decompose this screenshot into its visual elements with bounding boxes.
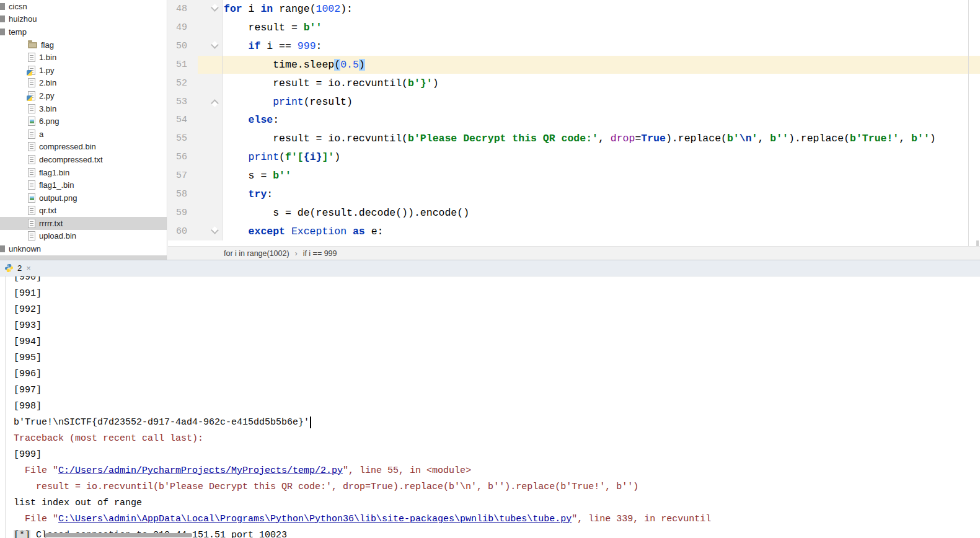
tree-item-flag1.bin[interactable]: flag1.bin: [0, 166, 167, 179]
line-number: 58: [168, 185, 198, 203]
console-line: [990]: [14, 276, 980, 285]
code-segment: ): [930, 133, 936, 144]
console-line: result = io.recvuntil(b'Please Decrypt t…: [14, 478, 980, 495]
console-line: [991]: [14, 285, 980, 301]
tree-item-6.png[interactable]: 6.png: [0, 115, 167, 128]
text-caret: [310, 417, 311, 428]
code-segment: (: [279, 151, 285, 163]
breadcrumb-item-if-statement[interactable]: if i == 999: [303, 249, 337, 258]
tree-item-cicsn[interactable]: cicsn: [0, 0, 167, 13]
code-segment: as: [353, 226, 365, 237]
tree-item-unknown[interactable]: unknown: [0, 242, 167, 255]
line-number: 51: [168, 56, 198, 74]
line-number: 50: [168, 37, 198, 56]
tree-item-1.py[interactable]: 1.py: [0, 64, 167, 77]
tree-item-partial[interactable]: [0, 255, 167, 260]
console-line: [999]: [14, 446, 980, 462]
tree-item-flag1_.bin[interactable]: flag1_.bin: [0, 179, 167, 192]
console-text: [996]: [14, 369, 42, 379]
code-line: 48for i in range(1002):: [168, 0, 980, 19]
tree-item-qr.txt[interactable]: qr.txt: [0, 205, 167, 218]
code-segment: drop: [611, 133, 635, 144]
tree-item-label: 2.bin: [39, 78, 56, 87]
fold-gutter: [198, 148, 223, 167]
code-segment: s = de(result.decode()).encode(): [273, 207, 469, 219]
code-segment: print: [273, 96, 304, 108]
close-icon[interactable]: ×: [26, 263, 31, 273]
tree-item-compressed.bin[interactable]: compressed.bin: [0, 141, 167, 154]
code-line: 50if i == 999:: [168, 37, 980, 56]
tree-item-1.bin[interactable]: 1.bin: [0, 51, 167, 64]
traceback-file-link[interactable]: C:\Users\admin\AppData\Local\Programs\Py…: [58, 514, 572, 524]
tree-item-flag[interactable]: flag: [0, 38, 167, 51]
line-number: 49: [168, 19, 198, 37]
file-icon: [28, 104, 35, 113]
code-text[interactable]: print(result): [223, 92, 980, 111]
code-editor[interactable]: 48for i in range(1002):49result = b''50i…: [168, 0, 980, 246]
code-line: 57s = b'': [168, 167, 980, 185]
line-number: 54: [168, 111, 198, 130]
fold-down-icon[interactable]: [198, 37, 223, 56]
code-text[interactable]: result = b'': [223, 19, 980, 37]
code-segment: b'': [273, 170, 291, 182]
code-text[interactable]: if i == 999:: [223, 37, 980, 56]
code-segment: ]': [322, 151, 334, 163]
tree-item-a[interactable]: a: [0, 128, 167, 141]
run-console[interactable]: [990][991][992][993][994][995][996][997]…: [0, 276, 980, 538]
tree-item-output.png[interactable]: output.png: [0, 192, 167, 205]
fold-down-icon[interactable]: [198, 0, 223, 19]
code-segment: True: [641, 133, 666, 144]
module-icon: [0, 29, 5, 35]
tree-item-label: 1.py: [39, 66, 55, 75]
console-line: [992]: [14, 301, 980, 317]
run-tab-label: 2: [17, 263, 22, 273]
fold-chevron-icon: [211, 4, 219, 12]
tree-item-rrrrr.txt[interactable]: rrrrr.txt: [0, 217, 167, 230]
code-line: 53print(result): [168, 92, 980, 111]
code-text[interactable]: result = io.recvuntil(b'}'): [223, 74, 980, 92]
fold-chevron-icon: [211, 226, 219, 234]
console-text: [997]: [14, 385, 42, 395]
fold-down-icon[interactable]: [198, 222, 223, 240]
code-text[interactable]: s = de(result.decode()).encode(): [223, 203, 980, 222]
code-segment: result = io.recvuntil(: [273, 133, 408, 144]
tree-item-temp[interactable]: temp: [0, 25, 167, 38]
code-line: 59s = de(result.decode()).encode(): [168, 203, 980, 222]
console-text: [991]: [14, 288, 42, 299]
code-segment: in: [260, 3, 273, 15]
code-text[interactable]: for i in range(1002):: [223, 0, 980, 19]
tree-item-2.bin[interactable]: 2.bin: [0, 77, 167, 90]
code-text[interactable]: result = io.recvuntil(b'Please Decrypt t…: [223, 130, 980, 148]
code-text[interactable]: try:: [223, 185, 980, 203]
code-segment: :: [316, 40, 322, 52]
code-text[interactable]: except Exception as e:: [223, 222, 980, 240]
code-line: 58try:: [168, 185, 980, 203]
python-icon: [4, 263, 14, 273]
code-line: 51time.sleep(0.5): [168, 56, 980, 74]
line-number: 53: [168, 92, 198, 111]
code-segment: ): [359, 59, 365, 71]
breadcrumb-item-for-loop[interactable]: for i in range(1002): [224, 249, 289, 258]
code-segment: ,: [757, 133, 770, 144]
tree-item-decompressed.txt[interactable]: decompressed.txt: [0, 153, 167, 166]
line-number: 52: [168, 74, 198, 92]
file-icon: [28, 231, 35, 240]
run-tab-2[interactable]: 2 ×: [0, 260, 37, 276]
code-segment: else: [249, 114, 273, 126]
horizontal-scrollbar[interactable]: [45, 533, 192, 537]
code-text[interactable]: s = b'': [223, 167, 980, 185]
fold-chevron-icon: [211, 99, 219, 107]
tree-item-label: cicsn: [9, 2, 27, 11]
code-segment: result =: [249, 22, 304, 33]
tree-item-upload.bin[interactable]: upload.bin: [0, 230, 167, 243]
tree-item-3.bin[interactable]: 3.bin: [0, 102, 167, 115]
code-text[interactable]: print(f'[{i}]'): [223, 148, 980, 167]
traceback-file-link[interactable]: C:/Users/admin/PycharmProjects/MyProject…: [58, 465, 343, 476]
tree-item-label: rrrrr.txt: [39, 219, 63, 228]
tree-item-huizhou[interactable]: huizhou: [0, 13, 167, 26]
console-left-edge: [5, 276, 6, 538]
tree-item-2.py[interactable]: 2.py: [0, 89, 167, 102]
code-text[interactable]: time.sleep(0.5): [223, 56, 980, 74]
code-text[interactable]: else:: [223, 111, 980, 130]
fold-up-icon[interactable]: [198, 92, 223, 111]
